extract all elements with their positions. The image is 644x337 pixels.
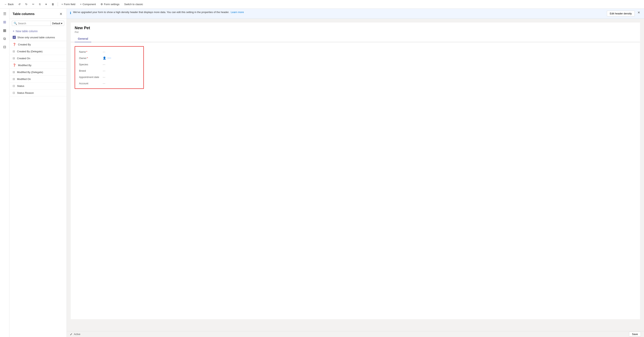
field-row-breed[interactable]: Breed ---: [75, 67, 144, 74]
component-button[interactable]: + Component: [78, 2, 98, 7]
form-section-content: Name* --- Owner* 👤: [75, 46, 144, 89]
banner-text: We've upgraded your form to show a high …: [73, 11, 605, 14]
column-item-created-on[interactable]: ⊟ Created On: [10, 55, 66, 62]
form-canvas: New Pet Pet General Name* ---: [67, 18, 644, 331]
main-layout: ☰ ⊞ ▦ ⧉ ⊟ Table columns ✕ 🔍 Default: [0, 9, 644, 337]
status-bar-left: ⤢ Active: [70, 333, 80, 336]
search-input[interactable]: [18, 22, 49, 25]
more-button[interactable]: ▾: [44, 2, 49, 7]
form-title: New Pet: [75, 26, 636, 30]
form-field-button[interactable]: + Form field: [60, 2, 77, 7]
delete-icon: 🗑: [52, 3, 54, 6]
status-bar: ⤢ Active Save: [67, 331, 644, 337]
cut-button[interactable]: ✂: [30, 2, 36, 7]
switch-classic-button[interactable]: Switch to classic: [122, 2, 145, 7]
column-item-modified-on[interactable]: ⊟ Modified On: [10, 76, 66, 82]
field-label-name: Name*: [79, 50, 103, 53]
delete-button[interactable]: 🗑: [50, 2, 56, 7]
toolbar: ← Back ↺ ↻ ✂ ⎘ ▾ 🗑 + Form field + Compon…: [0, 0, 644, 9]
status-text: Active: [74, 333, 80, 336]
search-input-wrapper: 🔍: [12, 21, 50, 26]
back-button[interactable]: ← Back: [2, 2, 16, 7]
form-field-label: Form field: [64, 3, 76, 6]
hamburger-menu-button[interactable]: ☰: [1, 10, 8, 17]
field-label-species: Species: [79, 63, 103, 66]
redo-icon: ↻: [25, 3, 28, 6]
copy-button[interactable]: ⎘: [37, 2, 43, 7]
grid-icon: ⊞: [3, 20, 6, 24]
field-value-appointment-date: ---: [103, 76, 105, 79]
info-banner: ℹ We've upgraded your form to show a hig…: [67, 9, 644, 18]
search-icon: 🔍: [14, 22, 17, 25]
required-indicator-owner: *: [87, 57, 88, 60]
show-unused-checkbox[interactable]: ✓: [13, 36, 16, 39]
column-item-status-reason[interactable]: ⊡ Status Reason: [10, 89, 66, 96]
new-column-label: New table column: [16, 30, 38, 33]
field-row-appointment-date[interactable]: Appointment date ---: [75, 74, 144, 80]
content-area: ℹ We've upgraded your form to show a hig…: [67, 9, 644, 337]
owner-name-value: [107, 58, 111, 58]
learn-more-link[interactable]: Learn more: [231, 11, 244, 14]
field-row-owner[interactable]: Owner* 👤: [75, 55, 144, 61]
show-unused-label: Show only unused table columns: [18, 36, 55, 39]
component-plus-icon: +: [80, 3, 82, 6]
form-section-general: Name* --- Owner* 👤: [71, 42, 640, 93]
hamburger-icon: ☰: [3, 12, 6, 16]
field-row-species[interactable]: Species ---: [75, 61, 144, 67]
field-value-name: ---: [103, 50, 105, 53]
image-view-button[interactable]: ▦: [1, 27, 8, 34]
edit-header-density-button[interactable]: Edit header density: [607, 11, 635, 16]
field-label-appointment-date: Appointment date: [79, 76, 103, 79]
datetime-icon: ⊟: [13, 57, 15, 60]
chevron-down-icon: ▾: [46, 3, 47, 6]
field-value-species: ---: [103, 63, 105, 66]
column-item-modified-by-delegate[interactable]: ⊟ Modified By (Delegate): [10, 69, 66, 76]
search-bar: 🔍 Default ▾: [12, 21, 64, 26]
close-banner-button[interactable]: ✕: [637, 11, 641, 14]
field-value-owner: 👤: [103, 56, 111, 60]
new-table-column-button[interactable]: + New table column: [10, 28, 66, 34]
close-panel-button[interactable]: ✕: [58, 11, 64, 16]
column-item-modified-by[interactable]: ❓ Modified By: [10, 62, 66, 69]
sidebar-icons: ☰ ⊞ ▦ ⧉ ⊟: [0, 9, 10, 337]
column-list: ❓ Created By ⊟ Created By (Delegate) ⊟ C…: [10, 41, 66, 337]
person-icon: 👤: [103, 56, 106, 60]
layers-button[interactable]: ⧉: [1, 35, 8, 42]
back-label: Back: [8, 3, 14, 6]
column-item-created-by-delegate[interactable]: ⊟ Created By (Delegate): [10, 48, 66, 55]
column-item-status[interactable]: ⊡ Status: [10, 82, 66, 89]
field-row-account[interactable]: Account ---: [75, 80, 144, 86]
switch-classic-label: Switch to classic: [124, 3, 143, 6]
layout-view-button[interactable]: ⊞: [1, 18, 8, 26]
image-icon: ▦: [3, 28, 6, 32]
layers-icon: ⧉: [3, 37, 6, 41]
data-icon: ⊟: [3, 45, 6, 49]
new-column-plus-icon: +: [13, 29, 14, 33]
column-item-created-by[interactable]: ❓ Created By: [10, 41, 66, 48]
required-indicator: *: [86, 50, 87, 53]
redo-button[interactable]: ↻: [23, 2, 30, 7]
settings-icon: ⚙: [100, 3, 103, 6]
columns-panel-header: Table columns ✕: [10, 9, 66, 19]
expand-button[interactable]: ⤢: [70, 333, 72, 336]
lookup-icon: ❓: [13, 43, 16, 46]
undo-button[interactable]: ↺: [16, 2, 22, 7]
form-settings-button[interactable]: ⚙ Form settings: [98, 2, 122, 7]
dropdown-chevron-icon: ▾: [61, 22, 62, 25]
status-icon: ⊡: [13, 84, 15, 87]
show-unused-checkbox-row[interactable]: ✓ Show only unused table columns: [10, 34, 66, 41]
field-label-account: Account: [79, 82, 103, 85]
data-button[interactable]: ⊟: [1, 43, 8, 50]
form-tab-bar: General: [71, 35, 640, 42]
undo-icon: ↺: [18, 3, 20, 6]
toolbar-separator: [58, 2, 58, 6]
field-row-name[interactable]: Name* ---: [75, 48, 144, 55]
filter-dropdown-button[interactable]: Default ▾: [50, 21, 64, 26]
expand-icon: ⤢: [70, 333, 72, 336]
table-icon: ⊟: [13, 50, 15, 53]
status-bar-right: Save: [629, 332, 641, 337]
tab-general[interactable]: General: [75, 35, 91, 42]
save-button[interactable]: Save: [629, 332, 641, 337]
table2-icon: ⊟: [13, 70, 15, 74]
form-settings-label: Form settings: [104, 3, 120, 6]
